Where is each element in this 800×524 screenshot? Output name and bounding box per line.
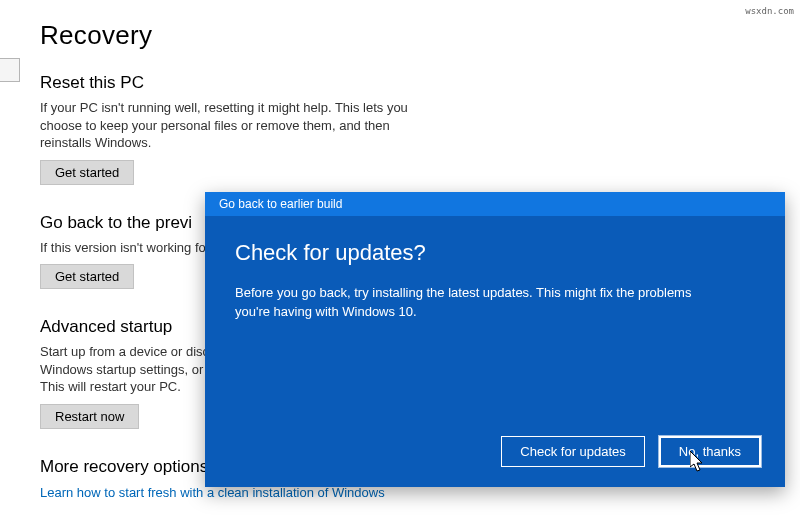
reset-section: Reset this PC If your PC isn't running w… (40, 73, 760, 185)
reset-text: If your PC isn't running well, resetting… (40, 99, 420, 152)
restart-now-button[interactable]: Restart now (40, 404, 139, 429)
goback-dialog: Go back to earlier build Check for updat… (205, 192, 785, 487)
dialog-titlebar: Go back to earlier build (205, 192, 785, 216)
check-for-updates-button[interactable]: Check for updates (501, 436, 645, 467)
goback-get-started-button[interactable]: Get started (40, 264, 134, 289)
attribution-text: wsxdn.com (745, 6, 794, 16)
left-edge-tab[interactable] (0, 58, 20, 82)
no-thanks-button[interactable]: No, thanks (659, 436, 761, 467)
dialog-body: Check for updates? Before you go back, t… (205, 216, 785, 340)
page-title: Recovery (40, 20, 760, 51)
reset-heading: Reset this PC (40, 73, 760, 93)
clean-install-link[interactable]: Learn how to start fresh with a clean in… (40, 485, 385, 500)
dialog-heading: Check for updates? (235, 240, 755, 266)
dialog-text: Before you go back, try installing the l… (235, 284, 715, 322)
reset-get-started-button[interactable]: Get started (40, 160, 134, 185)
dialog-button-row: Check for updates No, thanks (501, 436, 761, 467)
